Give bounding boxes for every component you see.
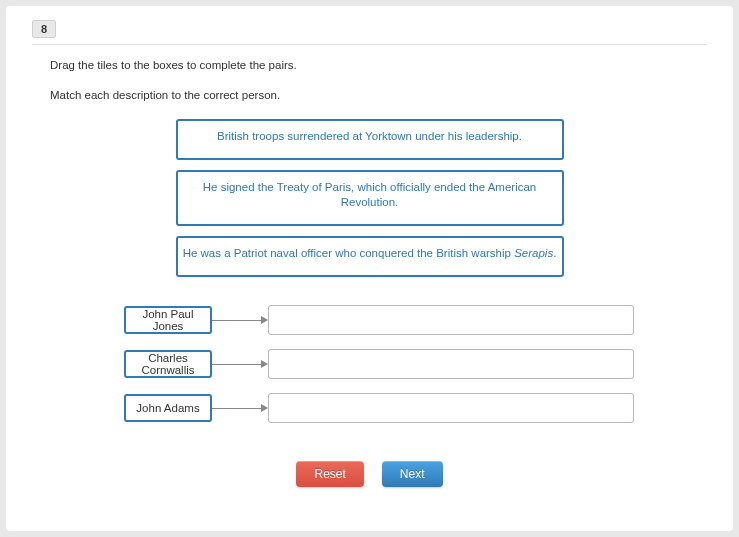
person-name: John Paul Jones — [128, 308, 208, 332]
question-panel: 8 Drag the tiles to the boxes to complet… — [6, 6, 733, 531]
pair-row: Charles Cornwallis — [124, 349, 733, 379]
tile-text: British troops surrendered at Yorktown u… — [217, 130, 522, 142]
drop-target[interactable] — [268, 349, 634, 379]
question-number-badge: 8 — [32, 20, 56, 38]
pair-row: John Paul Jones — [124, 305, 733, 335]
tile-text-italic: Serapis — [514, 247, 553, 259]
person-name: Charles Cornwallis — [128, 352, 208, 376]
arrow-icon — [212, 401, 268, 415]
next-button[interactable]: Next — [382, 461, 443, 487]
reset-button[interactable]: Reset — [296, 461, 363, 487]
draggable-tiles-container: British troops surrendered at Yorktown u… — [6, 119, 733, 287]
pair-rows-container: John Paul Jones Charles Cornwallis John … — [124, 305, 733, 423]
instruction-line-2: Match each description to the correct pe… — [50, 89, 733, 101]
draggable-tile[interactable]: He was a Patriot naval officer who conqu… — [176, 236, 564, 277]
drop-target[interactable] — [268, 393, 634, 423]
arrow-icon — [212, 313, 268, 327]
person-name: John Adams — [136, 402, 199, 414]
tile-text: He signed the Treaty of Paris, which off… — [203, 181, 536, 208]
instructions: Drag the tiles to the boxes to complete … — [6, 45, 733, 101]
question-number-row: 8 — [6, 6, 733, 38]
instruction-line-1: Drag the tiles to the boxes to complete … — [50, 59, 733, 71]
draggable-tile[interactable]: British troops surrendered at Yorktown u… — [176, 119, 564, 160]
drop-target[interactable] — [268, 305, 634, 335]
arrow-icon — [212, 357, 268, 371]
button-row: Reset Next — [6, 461, 733, 487]
person-label-box: John Adams — [124, 394, 212, 422]
person-label-box: John Paul Jones — [124, 306, 212, 334]
tile-text-suffix: . — [553, 247, 556, 259]
draggable-tile[interactable]: He signed the Treaty of Paris, which off… — [176, 170, 564, 226]
person-label-box: Charles Cornwallis — [124, 350, 212, 378]
pair-row: John Adams — [124, 393, 733, 423]
tile-text-prefix: He was a Patriot naval officer who conqu… — [183, 247, 515, 259]
